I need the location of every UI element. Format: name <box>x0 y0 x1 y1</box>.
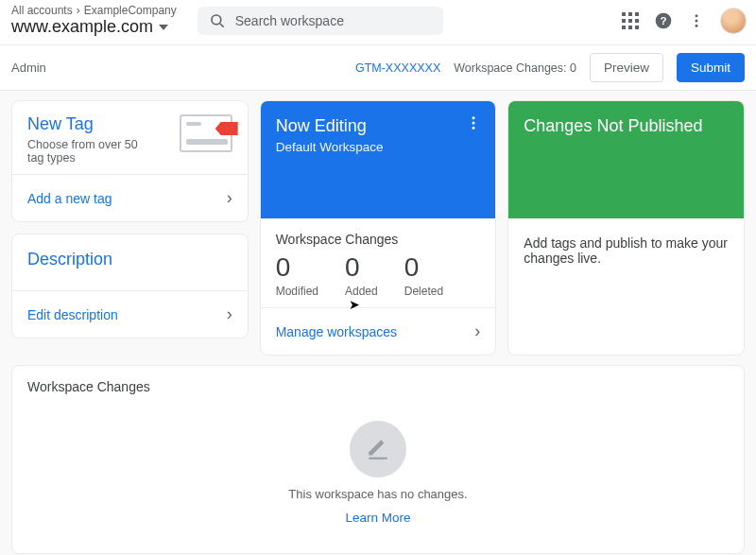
svg-point-16 <box>472 116 475 119</box>
add-new-tag-label: Add a new tag <box>27 191 112 206</box>
dropdown-icon <box>159 25 168 30</box>
container-name: www.example.com <box>11 17 153 37</box>
chevron-right-icon: › <box>227 188 232 208</box>
workspace-hero-subtitle: Default Workspace <box>276 140 481 154</box>
workspace-menu-button[interactable] <box>465 114 482 134</box>
publish-title: Changes Not Published <box>524 116 729 136</box>
svg-rect-3 <box>628 12 632 16</box>
chevron-right-icon: › <box>227 304 232 324</box>
svg-point-14 <box>696 19 698 22</box>
learn-more-link[interactable]: Learn More <box>345 511 410 525</box>
svg-rect-9 <box>628 26 632 29</box>
breadcrumb-root[interactable]: All accounts <box>11 4 73 17</box>
publish-card: Changes Not Published Add tags and publi… <box>507 100 745 356</box>
top-bar: All accounts › ExampleCompany www.exampl… <box>0 0 756 44</box>
metric-added: 0 Added <box>345 252 378 298</box>
empty-message: This workspace has no changes. <box>288 487 467 501</box>
gtm-id[interactable]: GTM-XXXXXXX <box>355 61 440 75</box>
more-icon <box>465 114 482 131</box>
metric-added-label: Added <box>345 285 378 298</box>
workspace-card: Now Editing Default Workspace Workspace … <box>260 100 497 356</box>
svg-point-18 <box>472 127 475 130</box>
svg-rect-8 <box>622 26 626 29</box>
workspace-changes-count: 0 <box>570 61 576 75</box>
svg-text:?: ? <box>660 14 666 26</box>
panel-title: Workspace Changes <box>27 379 729 394</box>
workspace-hero: Now Editing Default Workspace <box>261 101 496 218</box>
metric-modified: 0 Modified <box>276 252 318 298</box>
svg-rect-7 <box>635 19 639 23</box>
chevron-right-icon: › <box>474 321 480 341</box>
workspace-metrics: 0 Modified 0 Added 0 Deleted <box>276 252 481 298</box>
manage-workspaces-label: Manage workspaces <box>276 324 397 339</box>
edit-description-link[interactable]: Edit description › <box>12 290 248 338</box>
svg-point-0 <box>212 15 221 25</box>
svg-line-1 <box>220 24 224 27</box>
workspace-changes-indicator: Workspace Changes: 0 <box>454 61 576 75</box>
metric-deleted-value: 0 <box>404 252 443 283</box>
tag-illustration-icon <box>180 114 232 152</box>
metric-added-value: 0 <box>345 252 378 283</box>
new-tag-title: New Tag <box>27 114 141 134</box>
new-tag-subtitle: Choose from over 50 tag types <box>27 138 141 165</box>
svg-rect-4 <box>635 12 639 16</box>
chevron-right-icon: › <box>77 4 80 17</box>
empty-state: This workspace has no changes. Learn Mor… <box>27 421 729 525</box>
svg-point-13 <box>696 14 698 17</box>
more-icon[interactable] <box>688 12 705 29</box>
search-input[interactable]: Search workspace <box>198 7 443 35</box>
svg-rect-10 <box>635 26 639 29</box>
metric-modified-label: Modified <box>276 285 318 298</box>
help-icon[interactable]: ? <box>654 11 673 30</box>
container-selector[interactable]: www.example.com <box>11 17 177 37</box>
description-title: Description <box>27 250 232 269</box>
top-actions: ? <box>622 8 747 34</box>
search-icon <box>209 12 226 29</box>
breadcrumb-company[interactable]: ExampleCompany <box>84 4 177 17</box>
workspace-changes-panel: Workspace Changes This workspace has no … <box>11 365 745 554</box>
workspace-hero-title: Now Editing <box>276 116 481 136</box>
apps-icon[interactable] <box>622 12 639 29</box>
svg-point-17 <box>472 122 475 125</box>
preview-button[interactable]: Preview <box>590 53 663 82</box>
workspace-changes-label: Workspace Changes <box>276 232 481 247</box>
description-card: Description Edit description › <box>11 234 249 338</box>
svg-rect-6 <box>628 19 632 23</box>
workspace-changes-label: Workspace Changes: <box>454 61 566 75</box>
svg-rect-5 <box>622 19 626 23</box>
metric-deleted: 0 Deleted <box>404 252 443 298</box>
edit-description-label: Edit description <box>27 307 118 322</box>
admin-label[interactable]: Admin <box>11 61 46 75</box>
publish-hero: Changes Not Published <box>508 101 744 218</box>
sub-header: Admin GTM-XXXXXXX Workspace Changes: 0 P… <box>0 44 756 91</box>
add-new-tag-link[interactable]: Add a new tag › <box>12 174 248 221</box>
edit-icon <box>350 421 406 477</box>
manage-workspaces-link[interactable]: Manage workspaces › <box>261 307 496 355</box>
col-left: New Tag Choose from over 50 tag types Ad… <box>11 100 249 356</box>
submit-button[interactable]: Submit <box>677 53 745 82</box>
metric-modified-value: 0 <box>276 252 318 283</box>
svg-point-15 <box>696 24 698 26</box>
main-grid: New Tag Choose from over 50 tag types Ad… <box>0 91 756 365</box>
new-tag-card: New Tag Choose from over 50 tag types Ad… <box>11 100 249 222</box>
search-placeholder: Search workspace <box>235 13 344 28</box>
avatar[interactable] <box>720 8 747 34</box>
publish-body: Add tags and publish to make your change… <box>508 218 744 304</box>
metric-deleted-label: Deleted <box>404 285 443 298</box>
account-block: All accounts › ExampleCompany www.exampl… <box>11 4 177 37</box>
breadcrumb[interactable]: All accounts › ExampleCompany <box>11 4 177 17</box>
svg-rect-2 <box>622 12 626 16</box>
